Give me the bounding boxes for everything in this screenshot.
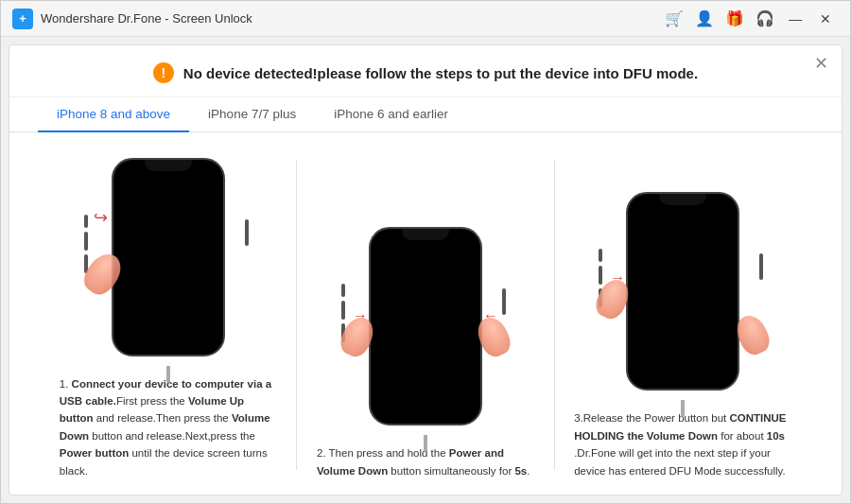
phone-1-screen [113,160,223,355]
titlebar: + Wondershare Dr.Fone - Screen Unlock 🛒 … [1,1,850,37]
app-logo: + [12,9,33,29]
divider-2 [554,161,555,470]
main-window: + Wondershare Dr.Fone - Screen Unlock 🛒 … [0,0,851,504]
phone-1-cable [166,366,170,383]
phone-3-body [626,192,739,391]
tab-iphone6[interactable]: iPhone 6 and earlier [315,97,467,132]
content-panel: ✕ ! No device detected!please follow the… [9,44,842,495]
arrow-volume-up: ↪ [94,207,108,228]
phone-3-screen [628,194,738,389]
phone-2-cable [424,435,427,452]
notice-bar: ! No device detected!please follow the s… [9,45,842,97]
user-icon[interactable]: 👤 [695,9,714,28]
phones-container: ↪ 1. Connect your device to computer via… [28,142,823,479]
tab-bar: iPhone 8 and above iPhone 7/7 plus iPhon… [9,97,842,132]
step-2: → ← 2. Then press and hold the Power and… [312,227,539,479]
phone-2-notch [402,229,449,240]
step-1-text: 1. Connect your device to computer via a… [60,375,277,479]
step-3: → 3.Release the Power button but CONTINU… [569,192,796,479]
phone-2-screen [371,229,480,424]
window-controls: — ✕ [782,6,839,32]
phone-2-wrapper: → ← [355,227,496,435]
phone-2-body [369,227,482,426]
tab-iphone8[interactable]: iPhone 8 and above [38,97,189,132]
phone-3-notch [659,194,706,205]
titlebar-icons: 🛒 👤 🎁 🎧 [665,9,774,28]
phone-3-wrapper: → [612,192,754,400]
headset-icon[interactable]: 🎧 [755,9,774,28]
close-button[interactable]: ✕ [812,6,839,32]
instruction-area: ↪ 1. Connect your device to computer via… [9,132,842,495]
minimize-button[interactable]: — [782,6,808,32]
phone-1-wrapper: ↪ [97,158,239,366]
gift-icon[interactable]: 🎁 [725,9,744,28]
warning-icon: ! [153,62,174,83]
notice-text: No device detected!please follow the ste… [183,65,698,81]
step-1: ↪ 1. Connect your device to computer via… [55,158,282,479]
window-title: Wondershare Dr.Fone - Screen Unlock [41,11,665,26]
divider-1 [296,161,297,470]
cart-icon[interactable]: 🛒 [665,9,684,28]
phone-1-body [112,158,225,356]
phone-1-notch [145,160,192,171]
step-3-text: 3.Release the Power button but CONTINUE … [574,409,791,479]
tab-iphone7[interactable]: iPhone 7/7 plus [189,97,315,132]
modal-close-button[interactable]: ✕ [814,55,828,72]
phone-3-cable [681,400,685,417]
